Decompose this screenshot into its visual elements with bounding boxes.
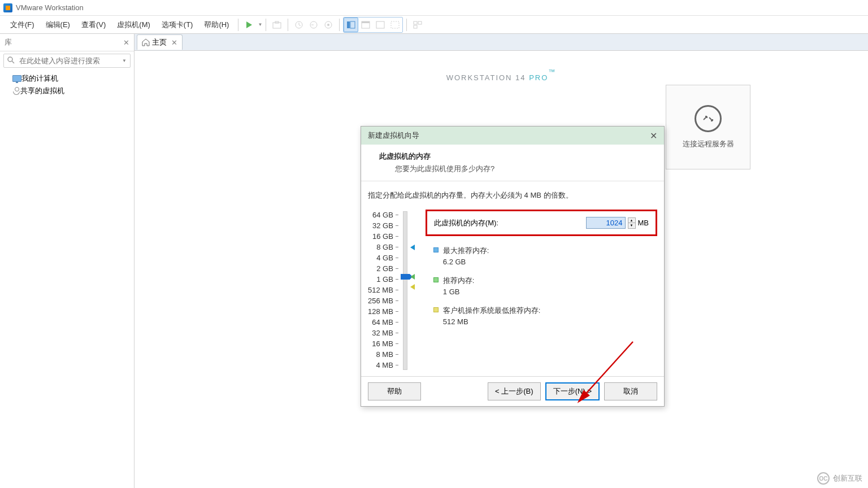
view-thumbnail-button[interactable] [410, 18, 425, 32]
rec-max: 最大推荐内存: 6.2 GB [433, 245, 657, 267]
page-title: WORKSTATION 14 PRO™ [446, 65, 557, 84]
toolbar-separator [406, 19, 407, 31]
memory-slider[interactable] [403, 211, 407, 370]
svg-rect-7 [347, 21, 350, 28]
menu-help[interactable]: 帮助(H) [198, 18, 235, 32]
library-tree: 我的计算机 共享的虚拟机 [0, 70, 134, 99]
watermark: OC 创新互联 [817, 472, 862, 485]
view-mode-group [343, 17, 403, 33]
search-icon [4, 56, 18, 66]
memory-info-panel: 此虚拟机的内存(M): ▲ ▼ MB 最大推荐内存: 6.2 GB [412, 210, 657, 372]
legend-green-icon [433, 277, 439, 282]
memory-layout: 64 GB 32 GB 16 GB 8 GB 4 GB 2 GB 1 GB 51… [368, 210, 657, 372]
svg-rect-14 [418, 21, 422, 24]
toolbar-separator [266, 19, 266, 31]
tab-home[interactable]: 主页 ✕ [137, 34, 183, 50]
tab-close-button[interactable]: ✕ [171, 38, 177, 47]
watermark-icon: OC [817, 472, 830, 485]
menu-view[interactable]: 查看(V) [76, 18, 111, 32]
memory-input[interactable] [586, 217, 626, 229]
legend-blue-icon [433, 247, 439, 252]
search-input[interactable] [18, 54, 119, 67]
view-console-button[interactable] [358, 18, 373, 32]
svg-line-17 [12, 61, 14, 63]
dialog-close-button[interactable]: ✕ [650, 130, 657, 141]
revert-snapshot-button[interactable] [306, 18, 321, 32]
spinner-down-button[interactable]: ▼ [628, 223, 635, 228]
svg-rect-12 [391, 21, 399, 28]
svg-point-16 [8, 57, 12, 62]
memory-input-wrap: ▲ ▼ MB [586, 217, 649, 229]
memory-input-highlight: 此虚拟机的内存(M): ▲ ▼ MB [426, 210, 657, 236]
home-icon [142, 38, 150, 46]
svg-marker-0 [246, 21, 252, 28]
toolbar-separator [339, 19, 340, 31]
svg-rect-15 [414, 25, 417, 28]
dialog-header-subtitle: 您要为此虚拟机使用多少内存? [379, 164, 650, 174]
slider-thumb[interactable] [401, 274, 410, 280]
memory-ruler: 64 GB 32 GB 16 GB 8 GB 4 GB 2 GB 1 GB 51… [368, 210, 398, 372]
monitor-icon [12, 75, 21, 82]
sidebar-header: 库 ✕ [0, 34, 134, 51]
svg-rect-13 [414, 21, 417, 24]
connect-icon [695, 105, 722, 132]
sidebar-title: 库 [5, 37, 12, 47]
tree-item-label: 共享的虚拟机 [20, 86, 64, 96]
next-button[interactable]: 下一步(N) > [545, 382, 600, 400]
snapshot-manager-button[interactable] [321, 18, 336, 32]
spinner-up-button[interactable]: ▲ [628, 218, 635, 223]
view-sidebar-button[interactable] [344, 18, 358, 32]
menu-tabs[interactable]: 选项卡(T) [156, 18, 199, 32]
power-dropdown-icon[interactable]: ▼ [258, 22, 262, 27]
snapshot-button[interactable] [292, 18, 306, 32]
library-sidebar: 库 ✕ ▼ 我的计算机 共享的虚拟机 [0, 34, 134, 488]
back-button[interactable]: < 上一步(B) [488, 382, 541, 400]
dialog-header: 此虚拟机的内存 您要为此虚拟机使用多少内存? [361, 145, 664, 181]
menu-bar: 文件(F) 编辑(E) 查看(V) 虚拟机(M) 选项卡(T) 帮助(H) ▼ [0, 16, 868, 34]
app-icon [3, 3, 12, 12]
toolbar-separator [238, 19, 238, 31]
tree-item-label: 我的计算机 [21, 73, 58, 84]
new-vm-wizard-dialog: 新建虚拟机向导 ✕ 此虚拟机的内存 您要为此虚拟机使用多少内存? 指定分配给此虚… [361, 126, 665, 407]
tree-my-computer[interactable]: 我的计算机 [5, 72, 129, 85]
view-unity-button[interactable] [388, 18, 402, 32]
dialog-header-title: 此虚拟机的内存 [379, 151, 650, 162]
view-fullscreen-button[interactable] [373, 18, 388, 32]
dialog-button-row: 帮助 < 上一步(B) 下一步(N) > 取消 [361, 376, 664, 406]
window-title: VMware Workstation [16, 3, 84, 12]
memory-unit: MB [638, 219, 649, 227]
tab-bar: 主页 ✕ [134, 34, 868, 51]
dialog-instruction: 指定分配给此虚拟机的内存量。内存大小必须为 4 MB 的倍数。 [368, 190, 657, 201]
svg-rect-8 [350, 21, 355, 28]
share-icon [12, 87, 20, 95]
window-title-bar: VMware Workstation [0, 0, 868, 16]
svg-rect-11 [376, 21, 384, 28]
menu-vm[interactable]: 虚拟机(M) [111, 18, 156, 32]
sidebar-close-button[interactable]: ✕ [123, 38, 129, 47]
tree-shared-vms[interactable]: 共享的虚拟机 [5, 85, 129, 97]
svg-rect-10 [362, 21, 370, 23]
legend-yellow-icon [433, 307, 439, 312]
memory-spinner: ▲ ▼ [628, 217, 636, 229]
search-dropdown-icon[interactable]: ▼ [119, 58, 130, 63]
search-container: ▼ [3, 54, 131, 68]
menu-edit[interactable]: 编辑(E) [40, 18, 76, 32]
rec-recommended: 推荐内存: 1 GB [433, 275, 657, 297]
help-button[interactable]: 帮助 [368, 382, 421, 400]
cancel-button[interactable]: 取消 [604, 382, 657, 400]
menu-file[interactable]: 文件(F) [5, 18, 40, 32]
memory-input-label: 此虚拟机的内存(M): [434, 218, 579, 228]
screenshot-button[interactable] [270, 18, 284, 32]
connect-remote-tile[interactable]: 连接远程服务器 [666, 85, 750, 169]
rec-min: 客户机操作系统最低推荐内存: 512 MB [433, 305, 657, 327]
toolbar-separator [288, 19, 288, 31]
tab-label: 主页 [152, 37, 167, 47]
tile-label: 连接远程服务器 [683, 139, 734, 149]
dialog-body: 指定分配给此虚拟机的内存量。内存大小必须为 4 MB 的倍数。 64 GB 32… [361, 181, 664, 376]
dialog-titlebar[interactable]: 新建虚拟机向导 ✕ [361, 127, 664, 145]
power-on-button[interactable] [242, 18, 257, 32]
dialog-title: 新建虚拟机向导 [368, 130, 419, 141]
svg-point-6 [327, 24, 329, 26]
